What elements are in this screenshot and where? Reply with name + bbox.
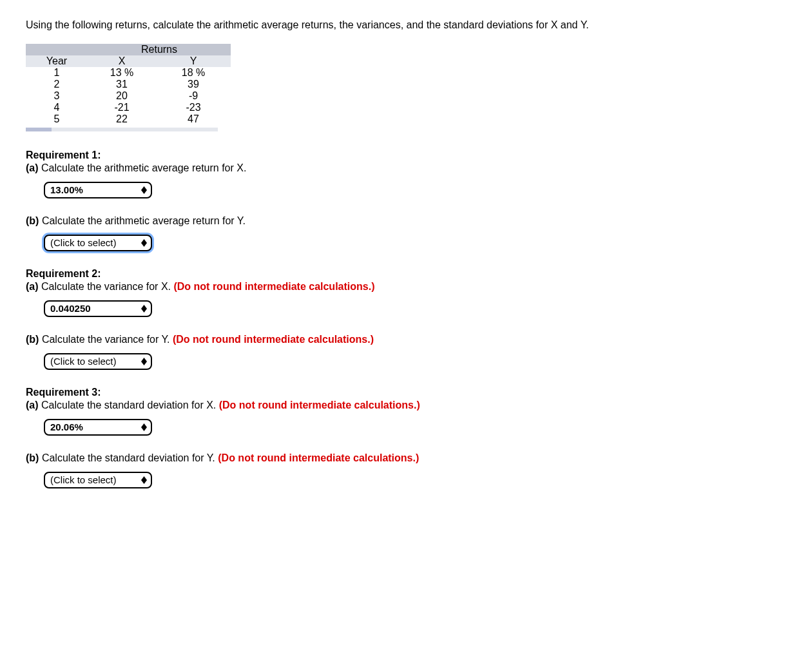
table-scrollbar[interactable] xyxy=(26,128,218,131)
select-placeholder: (Click to select) xyxy=(50,356,117,367)
req1-b-select[interactable]: (Click to select) xyxy=(44,235,152,251)
select-placeholder: (Click to select) xyxy=(50,474,117,485)
cell-year: 3 xyxy=(26,90,88,102)
instruction-note: (Do not round intermediate calculations.… xyxy=(218,452,419,463)
part-label: (a) xyxy=(26,162,39,173)
cell-y: -23 xyxy=(156,102,231,113)
part-label: (b) xyxy=(26,215,39,226)
stepper-icon xyxy=(141,305,147,313)
question-text: Calculate the variance for X. xyxy=(39,281,174,292)
stepper-icon xyxy=(141,358,147,365)
cell-x: 13 % xyxy=(88,67,156,79)
req3-b-question: (b) Calculate the standard deviation for… xyxy=(26,452,786,464)
instruction-note: (Do not round intermediate calculations.… xyxy=(173,281,374,292)
instruction-note: (Do not round intermediate calculations.… xyxy=(219,400,420,410)
req2-b-select[interactable]: (Click to select) xyxy=(44,353,152,370)
question-text: Calculate the variance for Y. xyxy=(39,334,173,345)
header-year: Year xyxy=(26,55,88,67)
cell-x: 22 xyxy=(88,113,156,125)
svg-marker-11 xyxy=(141,480,147,484)
svg-marker-9 xyxy=(141,427,147,431)
table-row: 2 31 39 xyxy=(26,79,231,90)
part-label: (a) xyxy=(26,281,39,292)
svg-marker-5 xyxy=(141,309,147,313)
table-row: 5 22 47 xyxy=(26,113,231,125)
cell-year: 4 xyxy=(26,102,88,113)
requirement-3: Requirement 3: (a) Calculate the standar… xyxy=(26,387,786,488)
req1-a-question: (a) Calculate the arithmetic average ret… xyxy=(26,162,786,174)
cell-year: 2 xyxy=(26,79,88,90)
svg-marker-7 xyxy=(141,362,147,365)
cell-year: 1 xyxy=(26,67,88,79)
svg-marker-3 xyxy=(141,243,147,247)
stepper-icon xyxy=(141,476,147,484)
cell-x: 20 xyxy=(88,90,156,102)
cell-y: 18 % xyxy=(156,67,231,79)
req3-b-select[interactable]: (Click to select) xyxy=(44,472,152,488)
req1-title: Requirement 1: xyxy=(26,150,786,161)
header-x: X xyxy=(88,55,156,67)
question-text: Calculate the standard deviation for X. xyxy=(39,400,219,410)
question-text: Calculate the arithmetic average return … xyxy=(39,215,245,226)
part-label: (a) xyxy=(26,400,39,410)
header-y: Y xyxy=(156,55,231,67)
returns-table: Returns Year X Y 1 13 % 18 % 2 31 39 3 2… xyxy=(26,44,231,125)
table-header-row: Year X Y xyxy=(26,55,231,67)
returns-super-header: Returns xyxy=(88,44,231,55)
table-row: 4 -21 -23 xyxy=(26,102,231,113)
instruction-note: (Do not round intermediate calculations.… xyxy=(173,334,374,345)
cell-x: -21 xyxy=(88,102,156,113)
cell-y: 39 xyxy=(156,79,231,90)
select-value: 0.040250 xyxy=(50,303,91,314)
cell-y: 47 xyxy=(156,113,231,125)
table-row: 3 20 -9 xyxy=(26,90,231,102)
cell-y: -9 xyxy=(156,90,231,102)
select-value: 13.00% xyxy=(50,184,83,195)
returns-super-header-row: Returns xyxy=(26,44,231,55)
table-row: 1 13 % 18 % xyxy=(26,67,231,79)
stepper-icon xyxy=(141,423,147,431)
req2-a-question: (a) Calculate the variance for X. (Do no… xyxy=(26,281,786,293)
question-text: Calculate the standard deviation for Y. xyxy=(39,452,218,463)
stepper-icon xyxy=(141,239,147,247)
intro-text: Using the following returns, calculate t… xyxy=(26,18,644,32)
requirement-1: Requirement 1: (a) Calculate the arithme… xyxy=(26,150,786,251)
req3-title: Requirement 3: xyxy=(26,387,786,398)
svg-marker-1 xyxy=(141,190,147,194)
requirement-2: Requirement 2: (a) Calculate the varianc… xyxy=(26,268,786,370)
part-label: (b) xyxy=(26,452,39,463)
question-text: Calculate the arithmetic average return … xyxy=(39,162,247,173)
req3-a-select[interactable]: 20.06% xyxy=(44,419,152,436)
select-value: 20.06% xyxy=(50,421,83,432)
req2-b-question: (b) Calculate the variance for Y. (Do no… xyxy=(26,334,786,345)
part-label: (b) xyxy=(26,334,39,345)
req1-a-select[interactable]: 13.00% xyxy=(44,182,152,198)
req2-a-select[interactable]: 0.040250 xyxy=(44,300,152,317)
cell-x: 31 xyxy=(88,79,156,90)
stepper-icon xyxy=(141,186,147,194)
req2-title: Requirement 2: xyxy=(26,268,786,280)
cell-year: 5 xyxy=(26,113,88,125)
req3-a-question: (a) Calculate the standard deviation for… xyxy=(26,400,786,411)
select-placeholder: (Click to select) xyxy=(50,237,117,248)
req1-b-question: (b) Calculate the arithmetic average ret… xyxy=(26,215,786,227)
